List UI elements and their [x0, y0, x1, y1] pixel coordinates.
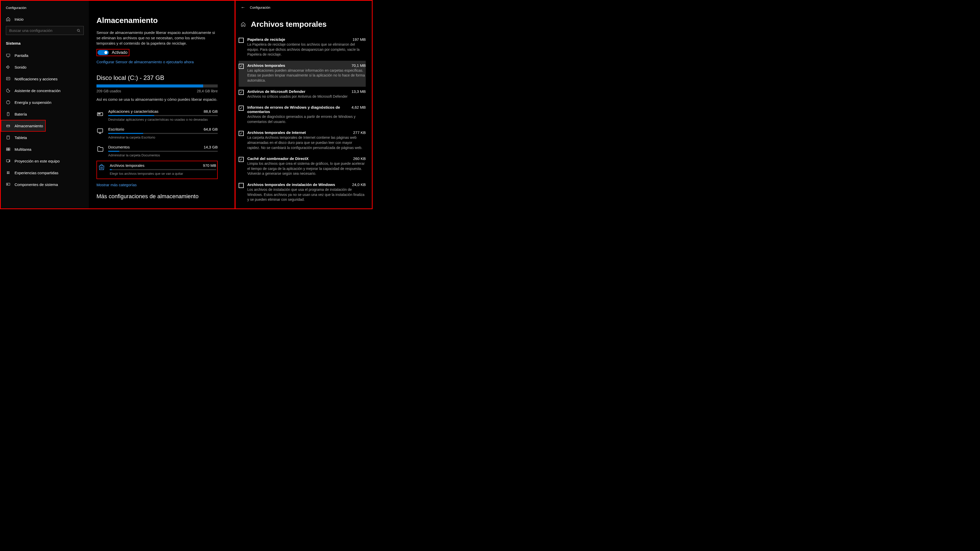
svg-rect-21: [97, 129, 103, 132]
nav-icon: [6, 159, 11, 163]
temp-item-size: 4,62 MB: [352, 105, 366, 110]
temp-file-item[interactable]: ✓Archivos temporales70,1 MBLas aplicacio…: [239, 61, 366, 87]
sidebar-item-sonido[interactable]: Sonido: [1, 61, 89, 73]
nav-icon: [6, 182, 11, 187]
category-name: Archivos temporales: [110, 163, 145, 168]
svg-rect-19: [98, 114, 99, 114]
category-name: Documentos: [108, 145, 130, 149]
sidebar-item-label: Batería: [14, 112, 27, 116]
sidebar-item-almacenamiento[interactable]: Almacenamiento: [1, 120, 46, 132]
nav-icon: [6, 100, 11, 105]
category-size: 970 MB: [203, 163, 216, 168]
nav-icon: [6, 112, 11, 116]
svg-point-12: [7, 171, 8, 172]
checkbox[interactable]: ✓: [239, 131, 244, 136]
sidebar-item-multitarea[interactable]: Multitarea: [1, 143, 89, 155]
nav-icon: [6, 65, 11, 69]
checkbox[interactable]: [239, 38, 244, 43]
storage-category-row[interactable]: Archivos temporales970 MBElegir los arch…: [97, 161, 218, 179]
checkbox[interactable]: [239, 183, 244, 188]
sidebar-item-componentes-de-sistema[interactable]: Componentes de sistema: [1, 179, 89, 190]
temp-item-desc: Archivos no críticos usados por Antiviru…: [247, 94, 366, 99]
storage-category-row[interactable]: Escritorio64,8 GBAdministrar la carpeta …: [97, 125, 218, 143]
category-name: Escritorio: [108, 127, 124, 131]
search-input-box[interactable]: [6, 26, 84, 35]
category-subtitle: Administrar la carpeta Documentos: [108, 153, 218, 157]
checkbox[interactable]: ✓: [239, 157, 244, 162]
temp-item-size: 277 KB: [353, 130, 366, 135]
svg-point-14: [7, 173, 8, 174]
temp-file-item[interactable]: ✓Archivos temporales de Internet277 KBLa…: [239, 128, 366, 154]
temp-item-name: Papelera de reciclaje: [247, 37, 285, 41]
temp-item-size: 197 MB: [352, 37, 366, 41]
sidebar-item-tableta[interactable]: Tableta: [1, 132, 89, 143]
checkbox[interactable]: ✓: [239, 64, 244, 69]
sidebar-item-notificaciones-y-acciones[interactable]: Notificaciones y acciones: [1, 73, 89, 85]
category-size: 88,6 GB: [204, 109, 218, 114]
svg-point-15: [9, 173, 10, 174]
show-more-categories-link[interactable]: Mostrar más categorías: [97, 183, 224, 187]
temp-item-desc: Limpia los archivos que crea el sistema …: [247, 161, 366, 176]
temp-item-name: Informes de errores de Windows y diagnós…: [247, 105, 349, 114]
temp-file-item[interactable]: ✓Antivirus de Microsoft Defender13,3 MBA…: [239, 87, 366, 103]
category-bar: [108, 115, 218, 116]
storage-category-row[interactable]: Aplicaciones y características88,6 GBDes…: [97, 107, 218, 125]
sidebar-item-label: Pantalla: [14, 53, 28, 58]
sidebar-item-label: Almacenamiento: [14, 124, 43, 128]
svg-rect-7: [6, 148, 8, 149]
window-title-right: Configuración: [250, 6, 270, 10]
page-title-right: Archivos temporales: [251, 20, 327, 29]
svg-rect-6: [7, 136, 10, 139]
category-bar: [108, 133, 218, 134]
temp-item-name: Archivos temporales de Internet: [247, 130, 306, 135]
sidebar-item-label: Notificaciones y acciones: [14, 77, 57, 81]
usage-desc: Así es como se usa tu almacenamiento y c…: [97, 97, 224, 102]
svg-point-13: [9, 171, 10, 172]
configure-storage-sense-link[interactable]: Configurar Sensor de almacenamiento o ej…: [97, 60, 224, 64]
temp-file-item[interactable]: Archivos temporales de instalación de Wi…: [239, 180, 366, 206]
svg-rect-17: [7, 184, 8, 185]
temp-item-name: Antivirus de Microsoft Defender: [247, 89, 305, 94]
home-button[interactable]: Inicio: [1, 14, 89, 26]
checkbox[interactable]: ✓: [239, 90, 244, 95]
sidebar-item-energía-y-suspensión[interactable]: Energía y suspensión: [1, 97, 89, 108]
temp-item-name: Caché del sombreador de DirectX: [247, 156, 309, 161]
svg-rect-2: [6, 77, 10, 80]
category-icon: [97, 145, 103, 152]
disk-free-label: 28,4 GB libre: [197, 89, 218, 93]
storage-sense-toggle[interactable]: Activado: [97, 49, 129, 56]
temp-file-item[interactable]: ✓Caché del sombreador de DirectX260 KBLi…: [239, 154, 366, 180]
nav-icon: [6, 170, 11, 175]
temp-file-item[interactable]: ✓Informes de errores de Windows y diagnó…: [239, 103, 366, 128]
sidebar: Configuración Inicio Sistema PantallaSon…: [1, 1, 89, 208]
checkbox[interactable]: ✓: [239, 106, 244, 111]
toggle-switch[interactable]: [97, 50, 109, 55]
sidebar-item-proyección-en-este-equipo[interactable]: Proyección en este equipo: [1, 155, 89, 167]
home-icon[interactable]: [241, 22, 246, 27]
search-input[interactable]: [9, 28, 77, 33]
sidebar-item-experiencias-compartidas[interactable]: Experiencias compartidas: [1, 167, 89, 179]
sidebar-item-batería[interactable]: Batería: [1, 108, 89, 120]
storage-category-row[interactable]: Documentos14,3 GBAdministrar la carpeta …: [97, 143, 218, 161]
sidebar-item-label: Sonido: [14, 65, 27, 69]
temp-item-size: 70,1 MB: [352, 63, 366, 68]
sidebar-item-asistente-de-concentración[interactable]: Asistente de concentración: [1, 85, 89, 97]
temp-item-desc: La carpeta Archivos temporales de Intern…: [247, 135, 366, 150]
nav-icon: [6, 124, 11, 128]
back-button[interactable]: ←: [241, 5, 245, 10]
sidebar-item-label: Energía y suspensión: [14, 100, 51, 105]
svg-rect-8: [8, 148, 10, 149]
disk-title: Disco local (C:) - 237 GB: [97, 74, 224, 81]
svg-rect-5: [6, 125, 10, 127]
category-subtitle: Elegir los archivos temporales que se va…: [110, 171, 216, 176]
category-icon: [98, 164, 105, 171]
home-icon: [6, 17, 11, 21]
temp-item-size: 13,3 MB: [352, 89, 366, 94]
sidebar-item-pantalla[interactable]: Pantalla: [1, 49, 89, 61]
window-title: Configuración: [1, 5, 89, 14]
category-bar: [108, 151, 218, 152]
temp-file-item[interactable]: Papelera de reciclaje197 MBLa Papelera d…: [239, 35, 366, 61]
main-content: Almacenamiento Sensor de almacenamiento …: [89, 1, 234, 208]
svg-point-0: [77, 29, 80, 31]
temp-item-size: 24,0 KB: [352, 183, 366, 187]
